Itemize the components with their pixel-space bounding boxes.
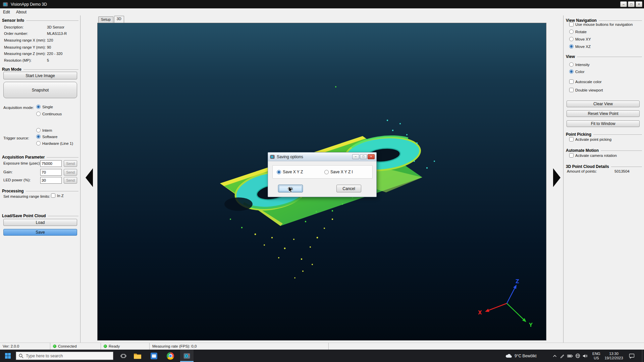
save-button[interactable]: Save — [3, 229, 77, 236]
snapshot-button[interactable]: Snapshot — [3, 82, 77, 98]
move-xz-option[interactable]: Move XZ — [569, 44, 591, 49]
continuous-radio[interactable] — [36, 112, 41, 116]
load-button[interactable]: Load — [3, 219, 77, 226]
intensity-radio[interactable] — [569, 62, 574, 67]
status-connected: Connected — [50, 343, 101, 350]
hardware-radio[interactable] — [36, 141, 41, 145]
save-xyzi-option[interactable]: Save X Y Z I — [324, 170, 353, 174]
tray-expand-button[interactable] — [551, 350, 558, 362]
cancel-button[interactable]: Cancel — [336, 185, 361, 192]
acquisition-single-option[interactable]: Single — [36, 105, 53, 109]
software-radio[interactable] — [36, 134, 41, 139]
single-radio[interactable] — [36, 105, 41, 109]
rotate-radio[interactable] — [569, 29, 574, 34]
gain-input[interactable] — [40, 169, 62, 176]
intern-radio[interactable] — [36, 128, 41, 132]
task-view-icon — [120, 353, 126, 359]
trigger-intern-option[interactable]: Intern — [36, 128, 52, 132]
weather-widget[interactable]: 9°C Bewölkt — [505, 350, 537, 362]
axis-z-label: Z — [516, 279, 519, 285]
close-button[interactable]: × — [636, 1, 642, 7]
move-xz-radio[interactable] — [569, 44, 574, 49]
dialog-maximize-button[interactable]: □ — [360, 154, 367, 159]
status-fps: Measuring rate (FPS): 0,0 — [150, 343, 329, 350]
action-center-button[interactable] — [627, 350, 637, 362]
chrome-button[interactable] — [164, 350, 177, 362]
taskbar-search[interactable] — [16, 352, 113, 360]
move-xy-radio[interactable] — [569, 37, 574, 41]
led-power-input[interactable] — [40, 177, 62, 184]
gain-send-button[interactable]: Send — [64, 169, 77, 176]
clock[interactable]: 13:30 19/12/2023 — [604, 350, 624, 362]
use-mouse-checkbox[interactable] — [569, 22, 574, 26]
maximize-button[interactable]: □ — [628, 1, 635, 7]
status-version: Ver: 2.0.0 — [0, 343, 50, 350]
move-xy-label: Move XY — [575, 37, 591, 41]
save-xyz-radio[interactable] — [277, 170, 281, 174]
acquisition-mode-label: Acquisition mode: — [3, 106, 34, 110]
start-live-image-button[interactable]: Start Live Image — [3, 72, 77, 79]
minimize-button[interactable]: – — [620, 1, 627, 7]
gain-label: Gain: — [3, 170, 13, 174]
show-desktop-button[interactable] — [642, 350, 644, 362]
use-mouse-option[interactable]: Use mouse buttons for navigation — [569, 22, 633, 26]
save-xyzi-radio[interactable] — [324, 170, 329, 174]
exposure-send-button[interactable]: Send — [64, 160, 77, 167]
intensity-option[interactable]: Intensity — [569, 62, 590, 67]
tray-volume-button[interactable] — [582, 350, 589, 362]
activate-point-picking-option[interactable]: Activate point picking — [569, 137, 611, 141]
exposure-time-input[interactable] — [40, 160, 62, 167]
tab-setup[interactable]: Setup — [98, 16, 113, 23]
app-icon — [3, 2, 8, 7]
dialog-titlebar[interactable]: Saving options – □ × — [268, 153, 376, 161]
search-input[interactable] — [26, 354, 103, 358]
double-viewport-checkbox[interactable] — [569, 88, 574, 92]
tray-network-button[interactable] — [574, 350, 581, 362]
file-explorer-button[interactable] — [131, 350, 144, 362]
in-z-checkbox[interactable] — [51, 193, 55, 198]
activate-point-picking-label: Activate point picking — [575, 137, 611, 141]
tab-3d[interactable]: 3D — [114, 16, 124, 23]
task-view-button[interactable] — [118, 350, 128, 362]
blue-app-button[interactable] — [147, 350, 161, 362]
language-indicator[interactable]: ENG US — [591, 350, 602, 362]
trigger-hardware-option[interactable]: Hardware (Line 1) — [36, 141, 73, 145]
save-xyz-option[interactable]: Save X Y Z — [277, 170, 303, 174]
color-option[interactable]: Color — [569, 69, 584, 74]
tray-battery-button[interactable] — [567, 350, 573, 362]
tray-pen-button[interactable] — [559, 350, 566, 362]
collapse-right-panel-arrow[interactable] — [553, 168, 560, 187]
single-label: Single — [42, 105, 53, 109]
dialog-close-button[interactable]: × — [368, 154, 375, 159]
ready-led-icon — [104, 345, 107, 348]
autoscale-color-option[interactable]: Autoscale color — [569, 79, 602, 84]
fit-to-window-button[interactable]: Fit to Window — [567, 120, 640, 127]
hardware-label: Hardware (Line 1) — [42, 141, 73, 145]
menu-about[interactable]: About — [13, 9, 30, 15]
activate-point-picking-checkbox[interactable] — [569, 137, 574, 141]
activate-camera-rotation-option[interactable]: Activate camera rotation — [569, 153, 617, 158]
activate-camera-rotation-checkbox[interactable] — [569, 153, 574, 158]
color-radio[interactable] — [569, 69, 574, 74]
dialog-minimize-button[interactable]: – — [352, 154, 359, 159]
status-bar: Ver: 2.0.0 Connected Ready Measuring rat… — [0, 343, 644, 350]
double-viewport-option[interactable]: Double viewport — [569, 88, 603, 92]
visionapp-icon — [183, 352, 191, 360]
start-button[interactable] — [0, 350, 15, 362]
trigger-software-option[interactable]: Software — [36, 134, 57, 139]
reset-view-point-button[interactable]: Reset View Point — [567, 110, 640, 117]
autoscale-color-label: Autoscale color — [575, 80, 602, 84]
collapse-left-panel-arrow[interactable] — [86, 168, 93, 187]
rotate-option[interactable]: Rotate — [569, 29, 587, 34]
clear-view-button[interactable]: Clear View — [567, 101, 640, 107]
move-xy-option[interactable]: Move XY — [569, 37, 591, 41]
menu-edit[interactable]: Edit — [0, 9, 13, 15]
exposure-time-label: Exposure time (µsec): — [3, 161, 41, 165]
autoscale-color-checkbox[interactable] — [569, 79, 574, 84]
visionapp-taskbar-button[interactable] — [180, 350, 194, 362]
save-xyzi-label: Save X Y Z I — [330, 170, 353, 174]
in-z-option[interactable]: In Z — [51, 193, 64, 198]
led-send-button[interactable]: Send — [64, 177, 77, 184]
window-titlebar[interactable]: VisionApp Demo 3D – □ × — [0, 0, 644, 8]
acquisition-continuous-option[interactable]: Continuous — [36, 112, 62, 116]
